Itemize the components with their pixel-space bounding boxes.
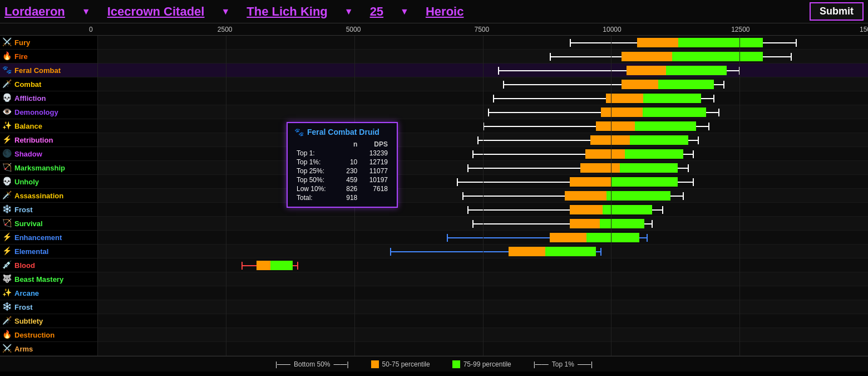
class-name-14: Enhancement bbox=[14, 233, 62, 242]
grid-line-0 bbox=[97, 36, 98, 356]
legend-mid: 50-75 percentile bbox=[371, 360, 430, 368]
size-select[interactable]: 25 bbox=[370, 4, 383, 19]
green-bar-1 bbox=[672, 52, 763, 61]
label-row-1[interactable]: 🔥Fire bbox=[0, 50, 97, 64]
legend-top1-dash-right: ——| bbox=[578, 360, 593, 368]
label-row-7[interactable]: ⚡Retribution bbox=[0, 133, 97, 147]
label-row-6[interactable]: ✨Balance bbox=[0, 119, 97, 133]
green-bar-8 bbox=[625, 149, 683, 159]
class-name-3: Combat bbox=[14, 80, 41, 89]
label-row-4[interactable]: 💀Affliction bbox=[0, 91, 97, 105]
class-icon-15: ⚡ bbox=[2, 246, 12, 256]
class-name-7: Retribution bbox=[14, 136, 53, 144]
label-row-3[interactable]: 🗡️Combat bbox=[0, 77, 97, 91]
class-icon-1: 🔥 bbox=[2, 51, 12, 61]
class-icon-22: ⚔️ bbox=[2, 344, 12, 354]
grid-line-7500 bbox=[483, 36, 484, 356]
xaxis-label-15000: 15000 bbox=[860, 26, 868, 33]
class-name-5: Demonology bbox=[14, 108, 58, 116]
tooltip-title-text: Feral Combat Druid bbox=[307, 128, 379, 136]
class-icon-11: 🗡️ bbox=[2, 191, 12, 201]
orange-bar-8 bbox=[585, 149, 625, 159]
tooltip-title: 🐾Feral Combat Druid bbox=[294, 128, 390, 136]
whisker-cap-right-0 bbox=[796, 39, 797, 47]
realm-arrow: ▼ bbox=[82, 7, 91, 17]
class-name-12: Frost bbox=[14, 206, 33, 214]
whisker-cap-right-14 bbox=[647, 234, 648, 242]
class-icon-2: 🐾 bbox=[2, 65, 12, 75]
label-row-5[interactable]: 👁️Demonology bbox=[0, 105, 97, 119]
orange-bar-15 bbox=[509, 247, 545, 256]
label-row-10[interactable]: 💀Unholy bbox=[0, 175, 97, 189]
orange-bar-0 bbox=[637, 38, 679, 47]
xaxis-label-0: 0 bbox=[89, 26, 93, 33]
label-row-16[interactable]: 💉Blood bbox=[0, 258, 97, 272]
label-row-18[interactable]: ✨Arcane bbox=[0, 286, 97, 300]
whisker-cap-left-7 bbox=[477, 136, 479, 144]
tooltip-title-icon: 🐾 bbox=[294, 128, 304, 136]
label-row-8[interactable]: 🌑Shadow bbox=[0, 147, 97, 161]
whisker-cap-left-8 bbox=[472, 150, 474, 158]
legend-bottom50-label: Bottom 50% bbox=[294, 360, 330, 368]
orange-bar-7 bbox=[590, 135, 630, 145]
legend-mid-label: 50-75 percentile bbox=[382, 360, 430, 368]
whisker-cap-left-13 bbox=[472, 220, 474, 228]
label-row-19[interactable]: ❄️Frost bbox=[0, 300, 97, 314]
class-icon-4: 💀 bbox=[2, 93, 12, 103]
orange-bar-5 bbox=[601, 108, 643, 117]
class-icon-13: 🏹 bbox=[2, 218, 12, 228]
whisker-cap-right-13 bbox=[652, 220, 653, 228]
label-row-14[interactable]: ⚡Enhancement bbox=[0, 231, 97, 245]
class-name-0: Fury bbox=[14, 38, 30, 47]
orange-bar-16 bbox=[257, 261, 270, 270]
label-row-12[interactable]: ❄️Frost bbox=[0, 203, 97, 217]
class-icon-9: 🏹 bbox=[2, 163, 12, 173]
size-arrow: ▼ bbox=[400, 7, 409, 17]
whisker-cap-left-14 bbox=[447, 234, 448, 242]
green-bar-0 bbox=[678, 38, 762, 47]
tooltip-cell-label-3: Top 50%: bbox=[294, 175, 339, 184]
whisker-cap-left-0 bbox=[570, 39, 571, 47]
whisker-cap-left-2 bbox=[498, 67, 499, 75]
tooltip-popup: 🐾Feral Combat DruidnDPSTop 1:13239Top 1%… bbox=[287, 122, 398, 208]
label-row-15[interactable]: ⚡Elemental bbox=[0, 245, 97, 258]
legend-top-label: 75-99 percentile bbox=[463, 360, 511, 368]
class-name-20: Subtlety bbox=[14, 317, 43, 325]
labels-col: ⚔️Fury🔥Fire🐾Feral Combat🗡️Combat💀Afflict… bbox=[0, 36, 97, 356]
realm-select[interactable]: Lordaeron bbox=[4, 4, 65, 19]
label-row-21[interactable]: 🔥Destruction bbox=[0, 328, 97, 342]
raid-select[interactable]: Icecrown Citadel bbox=[107, 4, 205, 19]
label-row-22[interactable]: ⚔️Arms bbox=[0, 342, 97, 356]
tooltip-cell-n-2: 230 bbox=[339, 167, 359, 175]
label-row-2[interactable]: 🐾Feral Combat bbox=[0, 64, 97, 77]
whisker-cap-right-8 bbox=[693, 150, 694, 158]
legend-bottom50-dash-right: ——| bbox=[333, 360, 348, 368]
label-row-11[interactable]: 🗡️Assassination bbox=[0, 189, 97, 203]
whisker-cap-right-7 bbox=[698, 136, 699, 144]
tooltip-header-2: DPS bbox=[359, 140, 390, 149]
class-icon-5: 👁️ bbox=[2, 107, 12, 117]
whisker-cap-right-6 bbox=[708, 123, 709, 130]
whisker-cap-right-16 bbox=[297, 262, 298, 270]
whisker-cap-left-16 bbox=[241, 262, 243, 270]
orange-bar-1 bbox=[622, 52, 672, 61]
xaxis-label-10000: 10000 bbox=[603, 26, 621, 33]
class-name-1: Fire bbox=[14, 52, 28, 61]
whisker-cap-right-4 bbox=[713, 95, 714, 102]
green-bar-2 bbox=[666, 66, 727, 75]
orange-bar-3 bbox=[622, 80, 658, 89]
boss-select[interactable]: The Lich King bbox=[246, 4, 327, 19]
label-row-20[interactable]: 🗡️Subtlety bbox=[0, 314, 97, 328]
label-row-9[interactable]: 🏹Marksmanship bbox=[0, 161, 97, 175]
class-name-10: Unholy bbox=[14, 178, 39, 186]
label-row-17[interactable]: 🐺Beast Mastery bbox=[0, 272, 97, 286]
green-bar-6 bbox=[635, 121, 696, 131]
submit-button[interactable]: Submit bbox=[810, 2, 864, 21]
tooltip-row-0: Top 1:13239 bbox=[294, 149, 390, 158]
tooltip-cell-label-0: Top 1: bbox=[294, 149, 339, 158]
label-row-0[interactable]: ⚔️Fury bbox=[0, 36, 97, 50]
whisker-cap-right-11 bbox=[683, 192, 684, 200]
whisker-cap-left-4 bbox=[493, 95, 494, 102]
difficulty-select[interactable]: Heroic bbox=[426, 4, 463, 19]
label-row-13[interactable]: 🏹Survival bbox=[0, 217, 97, 231]
